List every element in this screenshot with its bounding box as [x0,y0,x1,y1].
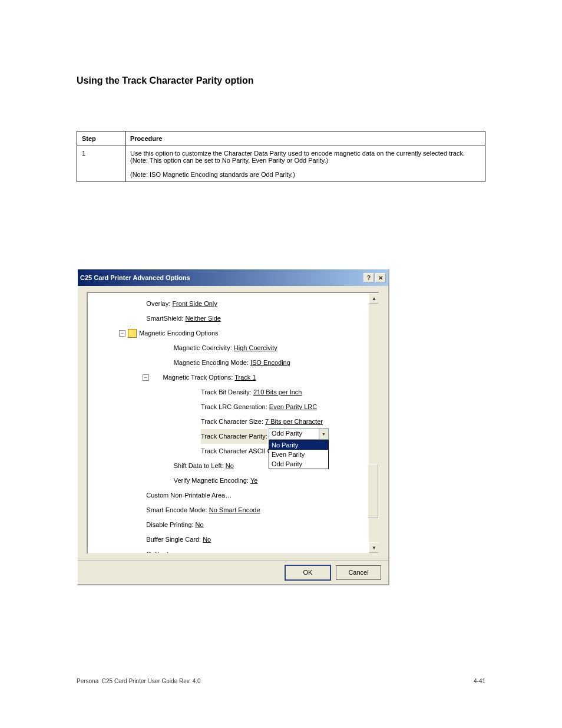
tree-smart-encode[interactable]: Smart Encode Mode: No Smart Encode [88,503,378,518]
scroll-thumb[interactable] [368,464,378,518]
collapse-icon[interactable]: − [119,330,125,337]
advanced-options-dialog: C25 Card Printer Advanced Options ? ✕ Ov… [77,268,389,585]
parity-option-no[interactable]: No Parity [269,440,328,450]
tree-char-parity[interactable]: Track Character Parity: [88,429,378,444]
tree-calibrate[interactable]: Calibrate… [88,547,378,554]
collapse-icon[interactable]: − [143,374,149,381]
dialog-title: C25 Card Printer Advanced Options [80,274,362,281]
tree-track-options[interactable]: − Magnetic Track Options: Track 1 [88,370,378,385]
ok-button[interactable]: OK [285,565,331,581]
tree-disable-printing[interactable]: Disable Printing: No [88,518,378,532]
tree-ascii-offset[interactable]: Track Character ASCII O [88,444,378,459]
title-bar[interactable]: C25 Card Printer Advanced Options ? ✕ [78,269,388,286]
parity-option-odd[interactable]: Odd Parity [269,459,328,469]
options-tree[interactable]: Overlay: Front Side Only SmartShield: Ne… [87,292,379,554]
vertical-scrollbar[interactable]: ▲ ▼ [369,293,378,553]
col-step-header: Step [77,131,125,146]
tree-encoding-mode[interactable]: Magnetic Encoding Mode: ISO Encoding [88,355,378,370]
parity-option-even[interactable]: Even Parity [269,450,328,459]
tree-overlay[interactable]: Overlay: Front Side Only [88,297,378,311]
tree-coercivity[interactable]: Magnetic Coercivity: High Coercivity [88,341,378,355]
tree-buffer-single[interactable]: Buffer Single Card: No [88,532,378,547]
tree-smartshield[interactable]: SmartShield: Neither Side [88,311,378,326]
help-button[interactable]: ? [363,273,374,282]
parity-select[interactable]: Odd Parity ▼ [269,428,329,440]
tree-bit-density[interactable]: Track Bit Density: 210 Bits per Inch [88,385,378,400]
close-button[interactable]: ✕ [375,273,386,282]
step-number: 1 [77,146,125,182]
tree-custom-area[interactable]: Custom Non-Printable Area… [88,488,378,503]
tree-verify[interactable]: Verify Magnetic Encoding: Ye [88,473,378,488]
footer-left: Persona® C25 Card Printer User Guide Rev… [77,678,200,684]
step-note: (Note: ISO Magnetic Encoding standards a… [130,171,295,178]
step-text: Use this option to customize the Charact… [125,146,485,182]
tree-shift-left[interactable]: Shift Data to Left: No [88,459,378,473]
parity-options-list[interactable]: No Parity Even Parity Odd Parity [269,440,329,469]
cancel-button[interactable]: Cancel [336,565,381,580]
section-title: Using the Track Character Parity option [77,75,254,86]
scroll-down-button[interactable]: ▼ [369,542,379,553]
step-paragraph: Use this option to customize the Charact… [130,150,465,164]
dialog-button-row: OK Cancel [78,560,388,584]
tree-lrc[interactable]: Track LRC Generation: Even Parity LRC [88,400,378,414]
col-procedure-header: Procedure [125,131,485,146]
page-number: 4-41 [474,678,485,684]
tree-char-size[interactable]: Track Character Size: 7 Bits per Charact… [88,414,378,429]
lock-icon [128,329,137,338]
tree-magnetic-encoding[interactable]: −Magnetic Encoding Options [88,326,378,341]
procedure-table: Step Procedure 1 Use this option to cust… [77,131,485,182]
scroll-up-button[interactable]: ▲ [369,293,379,304]
chevron-down-icon[interactable]: ▼ [319,429,328,439]
